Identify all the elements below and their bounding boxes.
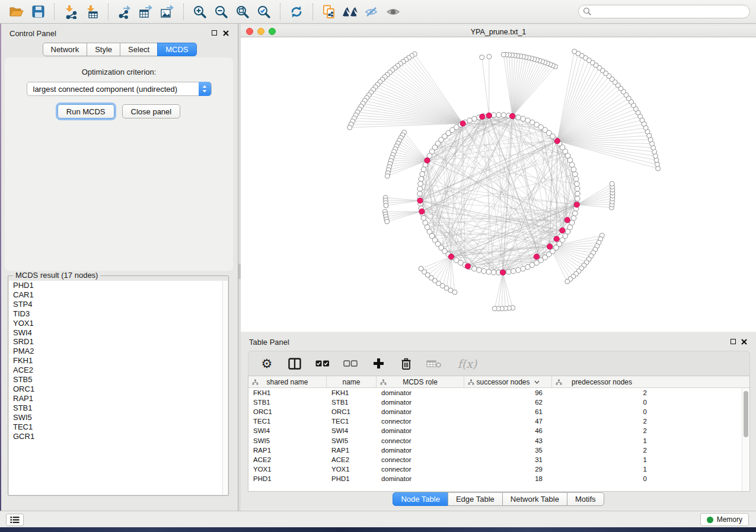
show-task-history-button[interactable] xyxy=(6,514,24,526)
show-all-button[interactable] xyxy=(382,2,404,21)
column-header-successor-nodes[interactable]: successor nodes xyxy=(464,376,552,387)
table-mode-button[interactable]: ⚙ xyxy=(259,355,275,373)
table-row[interactable]: FKH1FKH1dominator962 xyxy=(248,388,742,398)
table-scrollbar-thumb[interactable] xyxy=(744,391,748,437)
criterion-select[interactable]: largest connected component (undirected) xyxy=(27,82,212,96)
export-table-button[interactable] xyxy=(135,2,157,21)
mcds-result-item[interactable]: SWI5 xyxy=(9,413,228,422)
mcds-result-item[interactable]: ORC1 xyxy=(9,384,228,394)
float-panel-icon[interactable] xyxy=(212,30,217,36)
table-cell: YOX1 xyxy=(248,466,327,473)
mcds-result-item[interactable]: SWI4 xyxy=(9,328,228,338)
tab-select[interactable]: Select xyxy=(120,43,158,56)
zoom-selected-button[interactable] xyxy=(253,2,275,21)
mcds-result-item[interactable]: TEC1 xyxy=(9,422,228,432)
table-cell: 31 xyxy=(464,456,552,463)
open-folder-icon xyxy=(9,6,24,18)
mcds-result-list[interactable]: PHD1CAR1STP4TID3YOX1SWI4SRD1PMA2FKH1ACE2… xyxy=(9,281,228,495)
table-row[interactable]: PHD1PHD1dominator180 xyxy=(248,474,742,483)
toolbar-separator xyxy=(312,4,313,20)
table-row[interactable]: STB1STB1dominator620 xyxy=(248,398,742,407)
mcds-result-item[interactable]: RAP1 xyxy=(9,394,228,403)
mcds-result-item[interactable]: YOX1 xyxy=(9,319,228,328)
close-panel-button[interactable]: Close panel xyxy=(122,104,181,118)
tab-node-table[interactable]: Node Table xyxy=(393,492,448,506)
tab-mcds[interactable]: MCDS xyxy=(157,43,196,56)
mcds-result-item[interactable]: CAR1 xyxy=(9,290,228,300)
column-label: successor nodes xyxy=(476,378,529,386)
first-neighbors-button[interactable] xyxy=(340,2,361,21)
table-cell: SWI5 xyxy=(327,437,377,444)
mcds-result-item[interactable]: PMA2 xyxy=(9,347,228,356)
zoom-fit-button[interactable] xyxy=(232,2,253,21)
table-row[interactable]: TEC1TEC1connector472 xyxy=(248,416,742,426)
create-column-button[interactable] xyxy=(371,355,386,373)
tab-motifs[interactable]: Motifs xyxy=(567,492,604,506)
mcds-result-item[interactable]: ACE2 xyxy=(9,366,228,375)
search-input[interactable] xyxy=(578,5,750,18)
table-row[interactable]: RAP1RAP1dominator352 xyxy=(248,446,742,455)
tab-network-table[interactable]: Network Table xyxy=(502,492,567,506)
mcds-result-item[interactable]: STP4 xyxy=(9,300,228,309)
export-network-button[interactable] xyxy=(114,2,135,21)
memory-button[interactable]: Memory xyxy=(700,513,749,526)
run-mcds-button[interactable]: Run MCDS xyxy=(58,104,114,118)
mcds-result-item[interactable]: STB1 xyxy=(9,403,228,413)
function-builder-button[interactable]: f(x) xyxy=(454,355,480,373)
table-cell: 46 xyxy=(464,427,552,434)
table-cell: ACE2 xyxy=(327,456,377,463)
column-header-mcds-role[interactable]: MCDS role xyxy=(377,376,464,387)
table-panel: Table Panel ⚙ f(x) shared name xyxy=(241,333,756,508)
tab-edge-table[interactable]: Edge Table xyxy=(448,492,503,506)
table-row[interactable]: SWI5SWI5connector431 xyxy=(248,435,742,445)
table-cell: 47 xyxy=(464,418,552,425)
deselect-all-columns-button[interactable] xyxy=(343,355,358,373)
network-graph[interactable] xyxy=(241,37,756,332)
mcds-result-item[interactable]: PHD1 xyxy=(9,281,228,290)
network-window-titlebar[interactable]: YPA_prune.txt_1 xyxy=(241,26,756,37)
mcds-result-item[interactable]: STB5 xyxy=(9,375,228,384)
desktop-edge-bottom xyxy=(0,527,756,532)
table-scrollbar[interactable] xyxy=(742,388,749,491)
tab-network[interactable]: Network xyxy=(42,43,87,56)
table-row[interactable]: YOX1YOX1connector291 xyxy=(248,464,742,474)
import-network-file-button[interactable] xyxy=(60,2,81,21)
clone-network-button[interactable] xyxy=(318,2,340,21)
import-network-icon xyxy=(63,5,78,19)
close-panel-icon[interactable] xyxy=(223,30,229,36)
mcds-list-scrollbar[interactable] xyxy=(222,281,228,495)
binoculars-icon xyxy=(342,6,359,18)
show-column-panel-button[interactable] xyxy=(287,355,302,373)
mcds-result-item[interactable]: GCR1 xyxy=(9,432,228,441)
column-header-name[interactable]: name xyxy=(327,376,377,387)
delete-table-button[interactable] xyxy=(426,355,442,373)
table-row[interactable]: SWI4SWI4dominator462 xyxy=(248,426,742,435)
apply-layout-button[interactable] xyxy=(286,2,307,21)
close-panel-icon[interactable] xyxy=(741,339,747,345)
delete-column-button[interactable] xyxy=(398,355,414,373)
save-session-button[interactable] xyxy=(27,2,49,21)
column-header-shared-name[interactable]: shared name xyxy=(248,376,327,387)
import-table-file-button[interactable] xyxy=(81,2,103,21)
column-header-predecessor-nodes[interactable]: predecessor nodes xyxy=(552,376,652,387)
table-cell: 96 xyxy=(464,389,552,396)
table-row[interactable]: ACE2ACE2connector311 xyxy=(248,455,742,464)
zoom-in-button[interactable] xyxy=(189,2,210,21)
float-panel-icon[interactable] xyxy=(731,339,736,344)
table-cell: 1 xyxy=(552,466,652,473)
table-cell: dominator xyxy=(377,427,464,434)
mcds-result-item[interactable]: FKH1 xyxy=(9,356,228,366)
select-all-columns-button[interactable] xyxy=(315,355,330,373)
export-image-button[interactable] xyxy=(157,2,178,21)
mcds-result-item[interactable]: TID3 xyxy=(9,309,228,319)
save-icon xyxy=(32,5,44,18)
hide-selected-button[interactable] xyxy=(361,2,382,21)
mcds-result-item[interactable]: SRD1 xyxy=(9,337,228,347)
tab-style[interactable]: Style xyxy=(87,43,120,56)
network-view-canvas[interactable] xyxy=(241,37,756,332)
open-file-button[interactable] xyxy=(6,2,27,21)
table-cell: STB1 xyxy=(327,399,377,406)
table-row[interactable]: ORC1ORC1dominator610 xyxy=(248,407,742,416)
zoom-fit-icon xyxy=(235,5,250,19)
zoom-out-button[interactable] xyxy=(210,2,232,21)
